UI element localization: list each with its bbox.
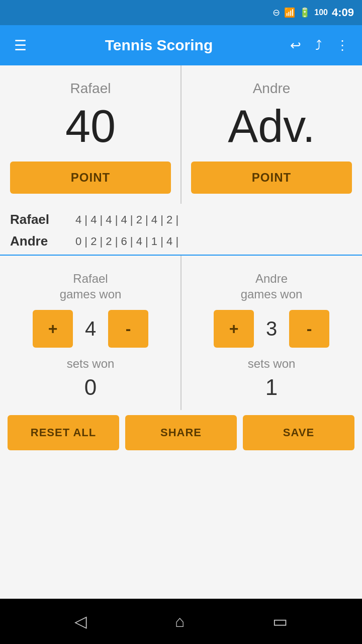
- undo-icon[interactable]: ↩: [287, 35, 304, 56]
- player2-sets-won-value: 1: [265, 375, 278, 400]
- player2-games-won-label: Andregames won: [241, 271, 303, 302]
- app-bar: ☰ Tennis Scoring ↩ ⤴ ⋮: [0, 25, 362, 65]
- player1-games-minus-button[interactable]: -: [108, 310, 148, 348]
- set-scores-section: Rafael 4 | 4 | 4 | 4 | 2 | 4 | 2 | Andre…: [0, 204, 362, 256]
- score-section: Rafael 40 POINT Andre Adv. POINT: [0, 65, 362, 204]
- app-title: Tennis Scoring: [41, 37, 277, 54]
- player2-point-button[interactable]: POINT: [191, 162, 352, 194]
- wifi-icon: 📶: [284, 7, 295, 18]
- share-icon[interactable]: ⤴: [312, 35, 325, 56]
- player2-name: Andre: [253, 80, 291, 97]
- player2-set-name: Andre: [10, 233, 75, 249]
- player2-set-row: Andre 0 | 2 | 2 | 6 | 4 | 1 | 4 |: [10, 230, 352, 252]
- time: 4:09: [332, 6, 354, 19]
- menu-icon[interactable]: ☰: [10, 33, 31, 58]
- player1-games-value: 4: [78, 317, 103, 340]
- back-nav-icon[interactable]: ◁: [69, 607, 92, 636]
- battery-level: 100: [314, 8, 328, 17]
- player2-score-panel: Andre Adv. POINT: [181, 75, 362, 199]
- player2-games-value: 3: [259, 317, 284, 340]
- main-content: Rafael 40 POINT Andre Adv. POINT Rafael …: [0, 65, 362, 599]
- minus-icon: ⊖: [273, 7, 280, 18]
- games-sets-section: Rafaelgames won + 4 - sets won 0 Andrega…: [0, 256, 362, 410]
- player1-score-panel: Rafael 40 POINT: [0, 75, 181, 199]
- player1-games-won-label: Rafaelgames won: [60, 271, 122, 302]
- home-nav-icon[interactable]: ⌂: [170, 607, 190, 636]
- player1-sets-won-label: sets won: [67, 357, 115, 371]
- nav-bar: ◁ ⌂ ▭: [0, 599, 362, 644]
- player1-sets-won-value: 0: [84, 375, 97, 400]
- player2-score-value: Adv.: [228, 102, 315, 151]
- recent-nav-icon[interactable]: ▭: [267, 607, 293, 636]
- player2-sets-won-label: sets won: [248, 357, 296, 371]
- player1-set-row: Rafael 4 | 4 | 4 | 4 | 2 | 4 | 2 |: [10, 209, 352, 230]
- share-button[interactable]: SHARE: [125, 415, 237, 450]
- player2-set-scores: 0 | 2 | 2 | 6 | 4 | 1 | 4 |: [75, 235, 178, 248]
- player1-games-controls: + 4 -: [33, 310, 148, 348]
- player2-games-controls: + 3 -: [214, 310, 329, 348]
- status-bar: ⊖ 📶 🔋 100 4:09: [0, 0, 362, 25]
- player1-games-sets: Rafaelgames won + 4 - sets won 0: [0, 266, 181, 405]
- player1-score-value: 40: [65, 102, 116, 151]
- reset-all-button[interactable]: RESET ALL: [8, 415, 119, 450]
- player2-games-minus-button[interactable]: -: [289, 310, 329, 348]
- app-bar-actions: ↩ ⤴ ⋮: [287, 35, 352, 56]
- battery-icon: 🔋: [299, 7, 310, 18]
- player2-games-plus-button[interactable]: +: [214, 310, 254, 348]
- save-button[interactable]: SAVE: [243, 415, 354, 450]
- player1-set-name: Rafael: [10, 212, 75, 227]
- player1-name: Rafael: [70, 80, 111, 97]
- player1-point-button[interactable]: POINT: [10, 162, 171, 194]
- status-icons: ⊖ 📶 🔋 100 4:09: [273, 6, 354, 19]
- more-options-icon[interactable]: ⋮: [333, 35, 352, 56]
- player1-games-plus-button[interactable]: +: [33, 310, 73, 348]
- player1-set-scores: 4 | 4 | 4 | 4 | 2 | 4 | 2 |: [75, 213, 178, 226]
- bottom-buttons: RESET ALL SHARE SAVE: [0, 410, 362, 460]
- player2-games-sets: Andregames won + 3 - sets won 1: [181, 266, 362, 405]
